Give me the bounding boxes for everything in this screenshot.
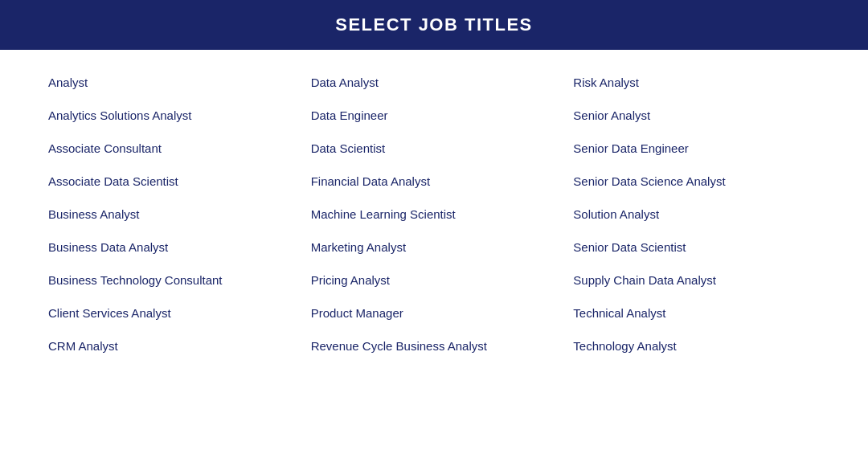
column-2: Data AnalystData EngineerData ScientistF… bbox=[311, 66, 558, 362]
job-item[interactable]: Supply Chain Data Analyst bbox=[573, 264, 820, 297]
job-item[interactable]: Analyst bbox=[48, 66, 295, 99]
job-item[interactable]: Senior Data Engineer bbox=[573, 132, 820, 165]
page-header: SELECT JOB TITLES bbox=[0, 0, 868, 50]
job-grid: AnalystAnalytics Solutions AnalystAssoci… bbox=[0, 66, 868, 362]
job-item[interactable]: Business Analyst bbox=[48, 198, 295, 231]
job-item[interactable]: Pricing Analyst bbox=[311, 264, 558, 297]
job-item[interactable]: Technical Analyst bbox=[573, 297, 820, 329]
job-item[interactable]: Data Engineer bbox=[311, 99, 558, 132]
job-item[interactable]: Solution Analyst bbox=[573, 198, 820, 231]
job-item[interactable]: Associate Consultant bbox=[48, 132, 295, 165]
job-item[interactable]: Client Services Analyst bbox=[48, 297, 295, 329]
column-1: AnalystAnalytics Solutions AnalystAssoci… bbox=[48, 66, 295, 362]
page-container: SELECT JOB TITLES AnalystAnalytics Solut… bbox=[0, 0, 868, 450]
job-item[interactable]: Analytics Solutions Analyst bbox=[48, 99, 295, 132]
job-item[interactable]: Machine Learning Scientist bbox=[311, 198, 558, 231]
job-item[interactable]: Financial Data Analyst bbox=[311, 165, 558, 198]
job-item[interactable]: Business Data Analyst bbox=[48, 231, 295, 264]
job-item[interactable]: Risk Analyst bbox=[573, 66, 820, 99]
job-item[interactable]: Business Technology Consultant bbox=[48, 264, 295, 297]
job-item[interactable]: Revenue Cycle Business Analyst bbox=[311, 329, 558, 362]
job-item[interactable]: Associate Data Scientist bbox=[48, 165, 295, 198]
page-title: SELECT JOB TITLES bbox=[335, 14, 533, 35]
job-item[interactable]: Data Scientist bbox=[311, 132, 558, 165]
job-item[interactable]: CRM Analyst bbox=[48, 329, 295, 362]
job-item[interactable]: Product Manager bbox=[311, 297, 558, 329]
job-item[interactable]: Senior Data Science Analyst bbox=[573, 165, 820, 198]
job-item[interactable]: Marketing Analyst bbox=[311, 231, 558, 264]
job-item[interactable]: Data Analyst bbox=[311, 66, 558, 99]
job-item[interactable]: Senior Analyst bbox=[573, 99, 820, 132]
column-3: Risk AnalystSenior AnalystSenior Data En… bbox=[573, 66, 820, 362]
job-item[interactable]: Senior Data Scientist bbox=[573, 231, 820, 264]
job-item[interactable]: Technology Analyst bbox=[573, 329, 820, 362]
